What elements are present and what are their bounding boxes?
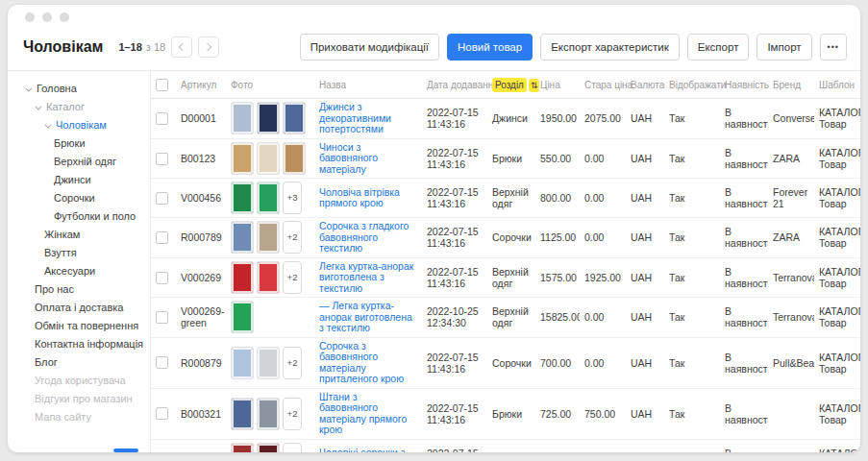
row-checkbox[interactable] (156, 192, 168, 205)
sidebar-item-аксесуари[interactable]: Аксесуари (8, 262, 150, 280)
product-name-link[interactable]: Штани з бавовняного матеріалу прямого кр… (319, 392, 417, 436)
product-thumbnail[interactable] (257, 102, 280, 134)
product-name-link[interactable]: Чоловічі сорочки з легкого текстилю (319, 448, 417, 452)
export-button[interactable]: Експорт (687, 34, 750, 61)
row-checkbox[interactable] (156, 356, 168, 369)
window-control-maximize[interactable] (60, 12, 69, 22)
sidebar-item-джинси[interactable]: Джинси (8, 171, 150, 189)
row-checkbox[interactable] (156, 231, 168, 244)
more-photos-badge[interactable]: +2 (283, 398, 302, 430)
product-old-price: 750.00 (580, 388, 626, 439)
chevron-down-icon[interactable] (35, 104, 41, 110)
sidebar-item-мапа-сайту[interactable]: Мапа сайту (8, 408, 150, 426)
column-header-availability[interactable]: Наявність (720, 71, 768, 99)
column-header-currency[interactable]: Валюта (626, 71, 664, 99)
product-price: 550.00 (535, 138, 580, 179)
column-header-name[interactable]: Назва (314, 71, 422, 99)
new-product-button[interactable]: Новий товар (447, 34, 533, 61)
sidebar-item-обмін-та-повернення[interactable]: Обмін та повернення (8, 317, 150, 335)
sidebar-item-чоловікам[interactable]: Чоловікам (8, 116, 150, 134)
product-thumbnail[interactable] (231, 102, 254, 134)
product-thumbnail[interactable] (257, 443, 280, 453)
column-header-template[interactable]: Шаблон (814, 71, 860, 99)
sidebar-item-брюки[interactable]: Брюки (8, 134, 150, 153)
more-photos-badge[interactable]: +3 (283, 182, 302, 214)
product-name-link[interactable]: Джинси з декоративними потертостями (319, 102, 417, 135)
product-name-link[interactable]: — Легка куртка-анорак виготовлена з текс… (319, 301, 417, 334)
sidebar-item-блог[interactable]: Блог (8, 353, 150, 372)
more-photos-badge[interactable]: +2 (283, 221, 302, 254)
product-thumbnail[interactable] (231, 221, 254, 254)
product-brand: ZARA (768, 138, 814, 179)
date-value: 2022-07-15 (427, 402, 483, 414)
column-header-price[interactable]: Ціна (535, 71, 580, 99)
more-actions-button[interactable]: ••• (820, 34, 847, 61)
product-photos: +2 (231, 347, 310, 379)
product-thumbnail[interactable] (257, 398, 280, 430)
column-header-old-price[interactable]: Стара ціна (580, 71, 626, 99)
product-thumbnail[interactable] (231, 142, 254, 175)
column-header-article[interactable]: Артикул (176, 71, 226, 99)
product-thumbnail[interactable] (231, 347, 254, 379)
sidebar-item-угода-користувача[interactable]: Угода користувача (8, 372, 150, 390)
product-thumbnail[interactable] (257, 221, 280, 254)
more-photos-badge[interactable]: +2 (283, 443, 302, 453)
product-thumbnail[interactable] (231, 182, 254, 214)
row-checkbox[interactable] (156, 407, 168, 420)
product-section: Сорочки (487, 337, 535, 388)
window-control-close[interactable] (25, 12, 35, 22)
product-thumbnail[interactable] (231, 443, 254, 453)
sidebar-item-оплата-і-доставка[interactable]: Оплата і доставка (8, 299, 150, 317)
scroll-indicator[interactable] (113, 449, 138, 452)
select-all-checkbox[interactable] (156, 79, 168, 91)
sidebar-item-жінкам[interactable]: Жінкам (8, 226, 150, 244)
chevron-down-icon[interactable] (25, 85, 32, 92)
product-name-link[interactable]: Легка куртка-анорак виготовлена з тексти… (319, 261, 417, 295)
column-header-photo[interactable]: Фото (226, 71, 314, 99)
product-thumbnail[interactable] (231, 261, 254, 294)
sidebar-item-верхній-одяг[interactable]: Верхній одяг (8, 153, 150, 171)
row-checkbox[interactable] (156, 272, 168, 284)
column-header-brand[interactable]: Бренд (768, 71, 814, 99)
more-photos-badge[interactable]: +2 (283, 261, 302, 294)
sidebar-item-взуття[interactable]: Взуття (8, 244, 150, 262)
product-display-flag: Так (664, 138, 720, 179)
column-header-display[interactable]: Відображати (664, 71, 720, 99)
prev-page-button[interactable] (171, 36, 192, 58)
row-checkbox[interactable] (156, 311, 168, 324)
product-name-link[interactable]: Чоловіча вітрівка прямого крою (319, 187, 417, 209)
product-thumbnail[interactable] (257, 182, 280, 214)
product-name-link[interactable]: Сорочка з гладкого бавовняного текстилю (319, 221, 417, 255)
sidebar-item-головна[interactable]: Головна (8, 80, 150, 98)
section-column-label: Розділ (492, 78, 527, 92)
sort-icon[interactable]: ⇅ (529, 79, 540, 92)
product-currency: UAH (626, 218, 664, 258)
sidebar-item-про-нас[interactable]: Про нас (8, 280, 150, 299)
column-header-date[interactable]: Дата додавання (422, 71, 487, 99)
product-thumbnail[interactable] (257, 261, 280, 294)
column-header-section[interactable]: Розділ⇅ (487, 71, 535, 99)
sidebar-item-футболки-и-поло[interactable]: Футболки и поло (8, 207, 150, 226)
product-thumbnail[interactable] (257, 142, 280, 175)
sidebar-item-сорочки[interactable]: Сорочки (8, 189, 150, 207)
chevron-down-icon[interactable] (44, 122, 51, 129)
product-thumbnail[interactable] (283, 102, 306, 134)
product-thumbnail[interactable] (231, 398, 254, 430)
sidebar-item-контактна-інформація[interactable]: Контактна інформація (8, 335, 150, 353)
product-name-link[interactable]: Чиноси з бавовняного матеріалу (319, 142, 417, 176)
sidebar-item-відгуки-про-магазин[interactable]: Відгуки про магазин (8, 390, 150, 408)
product-thumbnail[interactable] (257, 347, 280, 379)
hide-modifications-button[interactable]: Приховати модифікації (300, 34, 439, 61)
import-button[interactable]: Імпорт (756, 34, 811, 61)
row-checkbox[interactable] (156, 112, 168, 125)
export-attributes-button[interactable]: Експорт характеристик (540, 34, 680, 61)
product-name-link[interactable]: Сорочка з бавовняного матеріалу притален… (319, 341, 417, 385)
next-page-button[interactable] (198, 36, 219, 58)
window-control-minimize[interactable] (42, 12, 52, 22)
product-thumbnail[interactable] (231, 301, 254, 333)
more-photos-badge[interactable]: +2 (283, 347, 302, 379)
row-checkbox[interactable] (156, 153, 168, 165)
pagination-total: з 18 (146, 41, 165, 53)
sidebar-item-каталог[interactable]: Каталог (8, 98, 150, 116)
product-thumbnail[interactable] (283, 142, 306, 175)
